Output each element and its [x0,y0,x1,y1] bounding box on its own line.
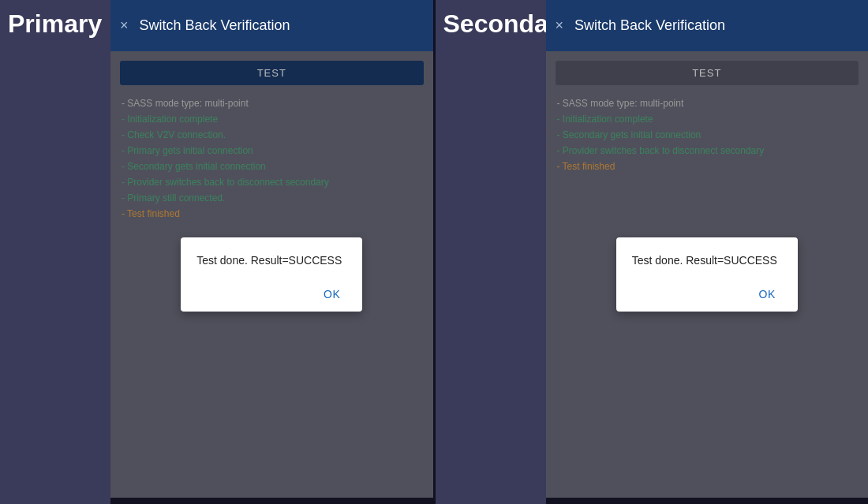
secondary-header-title: Switch Back Verification [574,17,725,34]
primary-header-title: Switch Back Verification [140,17,290,34]
secondary-ok-button[interactable]: OK [753,285,782,304]
primary-label: Primary [0,0,110,504]
primary-dialog: Test done. Result=SUCCESS OK [181,237,362,312]
secondary-close-button[interactable]: × [556,17,564,34]
secondary-panel: Secondary × Switch Back Verification TES… [436,0,869,504]
secondary-dialog-actions: OK [632,285,782,304]
primary-dialog-actions: OK [196,285,346,304]
primary-content: TEST - SASS mode type: multi-point- Init… [110,51,433,498]
primary-phone-screen: × Switch Back Verification TEST - SASS m… [110,0,433,504]
primary-dialog-message: Test done. Result=SUCCESS [196,253,346,269]
secondary-dialog: Test done. Result=SUCCESS OK [616,237,798,312]
primary-close-button[interactable]: × [120,17,129,34]
primary-header: × Switch Back Verification [110,0,433,51]
secondary-content: TEST - SASS mode type: multi-point- Init… [546,51,869,498]
primary-dialog-overlay: Test done. Result=SUCCESS OK [110,51,433,498]
secondary-dialog-overlay: Test done. Result=SUCCESS OK [546,51,869,498]
secondary-phone-screen: × Switch Back Verification TEST - SASS m… [546,0,869,504]
primary-ok-button[interactable]: OK [317,285,346,304]
primary-bottom-bar [110,498,433,504]
secondary-dialog-message: Test done. Result=SUCCESS [632,253,782,269]
primary-label-text: Primary [8,9,102,39]
secondary-header: × Switch Back Verification [546,0,869,51]
primary-panel: Primary × Switch Back Verification TEST … [0,0,433,504]
secondary-bottom-bar [546,498,869,504]
secondary-label: Secondary [436,0,546,504]
